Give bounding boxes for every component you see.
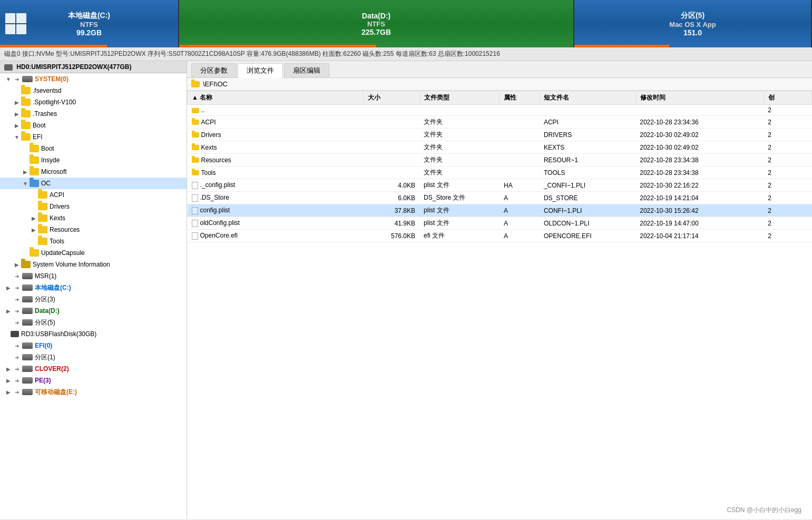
- expand-icon-clover2[interactable]: ▶: [4, 365, 13, 373]
- sidebar-item-trashes[interactable]: ▶ .Trashes: [0, 108, 187, 120]
- label-efi0: EFI(0): [35, 342, 52, 349]
- folder-icon-file: [192, 145, 199, 150]
- table-row[interactable]: Resources文件夹RESOUR~12022-10-28 23:34:382: [188, 154, 812, 166]
- file-table-container[interactable]: ▲ 名称 大小 文件类型 属性 短文件名: [187, 91, 812, 519]
- sidebar-item-efi0[interactable]: ➜ EFI(0): [0, 340, 187, 351]
- sidebar-item-datad[interactable]: ▶ ➜ Data(D:): [0, 305, 187, 317]
- file-size-cell: [364, 141, 419, 154]
- sidebar-item-msr1[interactable]: ➜ MSR(1): [0, 270, 187, 282]
- disk-info-text: 磁盘0 接口:NVMe 型号:UMISRPITJ512PED2OWX 序列号:S…: [4, 50, 500, 57]
- expand-icon-trashes[interactable]: ▶: [13, 110, 21, 118]
- table-row[interactable]: Kexts文件夹KEXTS2022-10-30 02:49:022: [188, 141, 812, 154]
- sidebar-item-updatecapsule[interactable]: UpdateCapsule: [0, 247, 187, 259]
- expand-icon-system0[interactable]: ▼: [4, 75, 13, 83]
- col-header-attr[interactable]: 属性: [500, 91, 540, 105]
- sidebar-item-partition5[interactable]: ➜ 分区(5): [0, 317, 187, 328]
- partition-system-c[interactable]: 本地磁盘(C:) NTFS 99.2GB: [0, 0, 179, 47]
- sidebar-item-partition1[interactable]: ➜ 分区(1): [0, 351, 187, 363]
- file-mtime-cell: 2022-10-19 14:21:04: [635, 192, 764, 204]
- file-ctime-cell: 2: [764, 230, 811, 242]
- col-header-name[interactable]: ▲ 名称: [188, 91, 364, 105]
- sidebar-item-efi-oc[interactable]: ▼ OC: [0, 178, 187, 189]
- label-localc: 本地磁盘(C:): [35, 283, 71, 292]
- col-header-ctime[interactable]: 创: [764, 91, 811, 105]
- col-header-mtime[interactable]: 修改时间: [635, 91, 764, 105]
- label-boot1: Boot: [33, 122, 46, 129]
- expand-icon-datad[interactable]: ▶: [4, 307, 13, 315]
- label-partition3: 分区(3): [35, 295, 55, 304]
- sidebar-item-oc-drivers[interactable]: Drivers: [0, 201, 187, 212]
- tab-partition-params[interactable]: 分区参数: [191, 63, 237, 77]
- sidebar-item-efi[interactable]: ▼ EFI: [0, 131, 187, 143]
- file-shortname-cell: OLDCON~1.PLI: [540, 217, 635, 230]
- sidebar-item-efi-boot[interactable]: Boot: [0, 143, 187, 154]
- file-table: ▲ 名称 大小 文件类型 属性 短文件名: [187, 91, 812, 242]
- sidebar-item-sysvolinfo[interactable]: ▶ System Volume Information: [0, 259, 187, 270]
- expand-icon-efi[interactable]: ▼: [13, 133, 21, 141]
- sidebar-item-oc-acpi[interactable]: ACPI: [0, 189, 187, 201]
- expand-icon-boot1[interactable]: ▶: [13, 121, 21, 130]
- table-row[interactable]: .DS_Store6.0KBDS_Store 文件ADS_STORE2022-1…: [188, 192, 812, 204]
- tab-bar: 分区参数 浏览文件 扇区编辑: [187, 61, 812, 78]
- expand-icon-oc-kexts[interactable]: ▶: [30, 214, 38, 222]
- sidebar-item-oc-kexts[interactable]: ▶ Kexts: [0, 212, 187, 224]
- expand-icon-efi-microsoft[interactable]: ▶: [21, 168, 30, 176]
- expand-icon-sysvolinfo[interactable]: ▶: [13, 260, 21, 269]
- file-size-cell: [364, 129, 419, 141]
- sidebar-item-efi-insyde[interactable]: Insyde: [0, 154, 187, 166]
- expand-icon-localc[interactable]: ▶: [4, 283, 13, 292]
- label-oc-drivers: Drivers: [50, 203, 70, 210]
- expand-icon-oc-resources[interactable]: ▶: [30, 225, 38, 234]
- expand-icon-spotlight[interactable]: ▶: [13, 98, 21, 106]
- table-row[interactable]: OpenCore.efi576.0KBefi 文件AOPENCORE.EFI20…: [188, 230, 812, 242]
- sidebar-item-spotlight[interactable]: ▶ .Spotlight-V100: [0, 96, 187, 108]
- file-size-cell: [364, 105, 419, 116]
- col-header-size[interactable]: 大小: [364, 91, 419, 105]
- table-row[interactable]: config.plist37.8KBplist 文件ACONFI~1.PLI20…: [188, 204, 812, 217]
- partition-5[interactable]: 分区(5) Mac OS X App 151.0: [574, 0, 812, 47]
- file-mtime-cell: 2022-10-04 21:17:14: [635, 230, 764, 242]
- partition-data-d[interactable]: Data(D:) NTFS 225.7GB: [179, 0, 574, 47]
- partition-c-size: 99.2GB: [76, 28, 102, 37]
- label-efi: EFI: [33, 133, 43, 141]
- table-row[interactable]: ._config.plist4.0KBplist 文件HA_CONFI~1.PL…: [188, 179, 812, 192]
- sidebar-item-system0[interactable]: ▼ ➜ SYSTEM(0): [0, 73, 187, 85]
- file-type-cell: 文件夹: [419, 116, 500, 129]
- col-header-type[interactable]: 文件类型: [419, 91, 500, 105]
- sidebar-item-localc[interactable]: ▶ ➜ 本地磁盘(C:): [0, 282, 187, 293]
- table-row[interactable]: ..2: [188, 105, 812, 116]
- sidebar-item-clover2[interactable]: ▶ ➜ CLOVER(2): [0, 363, 187, 375]
- folder-icon-updatecapsule: [30, 249, 39, 257]
- sidebar-item-efi-microsoft[interactable]: ▶ Microsoft: [0, 166, 187, 178]
- expand-icon-removablee[interactable]: ▶: [4, 388, 13, 396]
- file-table-body: ..2ACPI文件夹ACPI2022-10-28 23:34:362Driver…: [188, 105, 812, 242]
- table-row[interactable]: Tools文件夹TOOLS2022-10-28 23:34:382: [188, 166, 812, 179]
- file-size-cell: [364, 166, 419, 179]
- sidebar-item-removablee[interactable]: ▶ ➜ 可移动磁盘(E:): [0, 386, 187, 398]
- sidebar-item-partition3[interactable]: ➜ 分区(3): [0, 293, 187, 305]
- table-row[interactable]: oldConfig.plist41.9KBplist 文件AOLDCON~1.P…: [188, 217, 812, 230]
- sidebar-item-fseventsd[interactable]: .fseventsd: [0, 85, 187, 96]
- sidebar-item-boot1[interactable]: ▶ Boot: [0, 120, 187, 131]
- path-folder-icon: [191, 81, 200, 87]
- folder-icon-oc-tools: [38, 238, 47, 245]
- sidebar-item-rd3usb[interactable]: RD3:USBFlashDisk(30GB): [0, 328, 187, 340]
- drive-icon-efi0: [22, 342, 33, 349]
- tab-browse-files[interactable]: 浏览文件: [238, 63, 283, 78]
- table-row[interactable]: Drivers文件夹DRIVERS2022-10-30 02:49:022: [188, 129, 812, 141]
- col-header-shortname[interactable]: 短文件名: [540, 91, 635, 105]
- label-fseventsd: .fseventsd: [33, 87, 62, 94]
- expand-icon-pe3[interactable]: ▶: [4, 376, 13, 385]
- folder-icon-oc-acpi: [38, 191, 47, 199]
- table-row[interactable]: ACPI文件夹ACPI2022-10-28 23:34:362: [188, 116, 812, 129]
- drive-icon-pe3: [22, 377, 33, 384]
- tab-sector-edit[interactable]: 扇区编辑: [284, 63, 329, 77]
- expand-icon-efi-oc[interactable]: ▼: [21, 179, 30, 188]
- sidebar-item-pe3[interactable]: ▶ ➜ PE(3): [0, 375, 187, 386]
- sidebar-item-oc-tools[interactable]: Tools: [0, 236, 187, 247]
- file-type-cell: plist 文件: [419, 179, 500, 192]
- label-msr1: MSR(1): [35, 272, 56, 280]
- sidebar-item-oc-resources[interactable]: ▶ Resources: [0, 224, 187, 236]
- partition5-label: 分区(5): [681, 11, 705, 21]
- partition5-bar: [574, 45, 811, 47]
